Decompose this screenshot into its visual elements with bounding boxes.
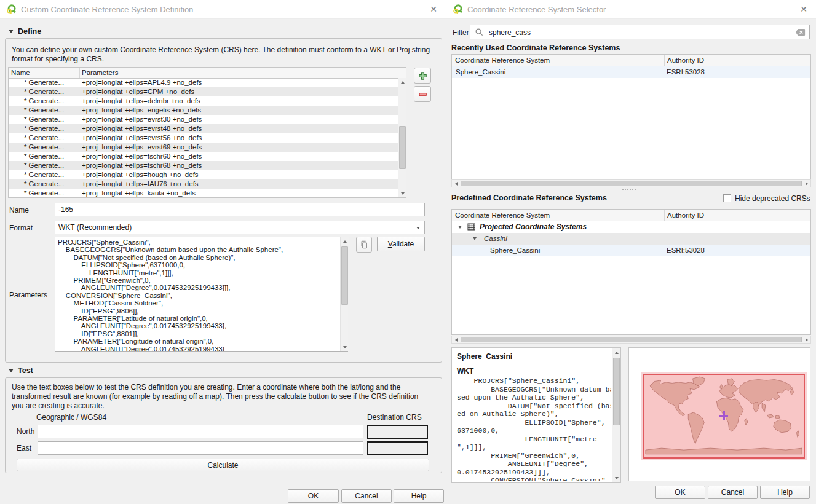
plus-icon — [418, 71, 427, 81]
crs-row-name: * Generate... — [9, 133, 79, 143]
east-input[interactable] — [38, 441, 363, 455]
help-button[interactable]: Help — [394, 489, 444, 503]
recent-crs-row[interactable]: Sphere_Cassini ESRI:53028 — [452, 66, 810, 78]
east-destination-output — [367, 441, 428, 455]
custom-crs-definition-dialog: Custom Coordinate Reference System Defin… — [0, 0, 446, 504]
crs-selector-dialog: Coordinate Reference System Selector ✕ F… — [446, 0, 816, 504]
recent-crs-table: Coordinate Reference System Authority ID… — [451, 54, 811, 179]
ok-button[interactable]: OK — [288, 489, 339, 503]
crs-row-parameters: +proj=longlat +ellps=evrst56 +no_defs — [82, 133, 202, 143]
crs-row-parameters: +proj=longlat +ellps=engelis +no_defs — [82, 106, 201, 115]
parameters-scrollbar[interactable] — [340, 237, 348, 351]
filter-input[interactable] — [488, 26, 793, 39]
search-icon — [475, 28, 484, 37]
test-description: Use the text boxes below to test the CRS… — [12, 383, 430, 411]
custom-crs-table-row[interactable]: * Generate... +proj=longlat +ellps=evrst… — [9, 133, 398, 143]
add-crs-button[interactable] — [414, 68, 431, 84]
define-groupbox: You can define your own custom Coordinat… — [5, 38, 442, 363]
east-label: East — [17, 444, 31, 452]
custom-crs-table-row[interactable]: * Generate... +proj=longlat +ellps=evrst… — [9, 115, 398, 124]
left-titlebar: Custom Coordinate Reference System Defin… — [0, 0, 446, 19]
custom-crs-table-row[interactable]: * Generate... +proj=longlat +ellps=evrst… — [9, 143, 398, 152]
custom-crs-table-row[interactable]: * Generate... +proj=longlat +ellps=engel… — [9, 106, 398, 115]
clear-filter-icon[interactable] — [795, 28, 806, 36]
crs-row-parameters: +proj=longlat +ellps=hough +no_defs — [82, 170, 199, 179]
tree-subgroup-row[interactable]: Cassini — [452, 233, 810, 245]
custom-crs-table-row[interactable]: * Generate... +proj=longlat +ellps=IAU76… — [9, 179, 398, 189]
col-name: Name — [11, 68, 30, 77]
parameters-textarea[interactable]: PROJCRS["Sphere_Cassini", BASEGEOGCRS["U… — [55, 237, 348, 352]
custom-crs-table-row[interactable]: * Generate... +proj=longlat +ellps=kaula… — [9, 189, 398, 197]
custom-crs-table-row[interactable]: * Generate... +proj=longlat +ellps=APL4.… — [9, 78, 398, 87]
preview-scrollbar[interactable] — [612, 348, 620, 482]
expander-icon[interactable] — [473, 237, 477, 240]
column-separator[interactable] — [664, 55, 665, 66]
right-dialog-title: Coordinate Reference System Selector — [467, 5, 606, 14]
column-separator[interactable] — [79, 68, 80, 78]
tree-crs-authority: ESRI:53028 — [667, 245, 705, 256]
recent-crs-heading: Recently Used Coordinate Reference Syste… — [451, 44, 620, 52]
define-section-header[interactable]: Define — [9, 27, 41, 36]
custom-crs-table-row[interactable]: * Generate... +proj=longlat +ellps=hough… — [9, 170, 398, 179]
wkt-preview-panel: Sphere_Cassini WKT PROJCRS["Sphere_Cassi… — [451, 347, 621, 483]
crs-row-name: * Generate... — [9, 78, 79, 87]
help-button[interactable]: Help — [760, 486, 810, 499]
crs-row-name: * Generate... — [9, 106, 79, 115]
filter-label: Filter — [453, 28, 469, 37]
map-preview-panel — [628, 347, 810, 481]
tree-group-label: Projected Coordinate Systems — [480, 221, 587, 233]
name-input[interactable] — [55, 203, 425, 216]
crs-table-scrollbar[interactable] — [398, 78, 406, 197]
custom-crs-table-row[interactable]: * Generate... +proj=longlat +ellps=CPM +… — [9, 87, 398, 96]
qgis-logo-icon — [452, 4, 463, 15]
crs-row-name: * Generate... — [9, 170, 79, 179]
remove-crs-button[interactable] — [414, 86, 431, 102]
north-input[interactable] — [38, 425, 363, 438]
crs-row-parameters: +proj=longlat +ellps=evrst30 +no_defs — [82, 115, 202, 124]
column-separator[interactable] — [664, 210, 665, 221]
close-icon[interactable]: ✕ — [799, 4, 809, 14]
crs-row-parameters: +proj=longlat +ellps=APL4.9 +no_defs — [82, 78, 202, 87]
ok-button[interactable]: OK — [655, 486, 705, 499]
custom-crs-table-row[interactable]: * Generate... +proj=longlat +ellps=fschr… — [9, 161, 398, 170]
tree-group-row[interactable]: Projected Coordinate Systems — [452, 221, 810, 233]
copy-wkt-button[interactable] — [356, 237, 372, 253]
predefined-table-header: Coordinate Reference System Authority ID — [452, 210, 810, 221]
expander-icon[interactable] — [458, 226, 462, 229]
custom-crs-table-row[interactable]: * Generate... +proj=longlat +ellps=delmb… — [9, 96, 398, 106]
custom-crs-table-row[interactable]: * Generate... +proj=longlat +ellps=fschr… — [9, 152, 398, 161]
crs-row-name: * Generate... — [9, 143, 79, 152]
recent-rows: Sphere_Cassini ESRI:53028 — [452, 66, 810, 179]
tree-subgroup-label: Cassini — [484, 233, 507, 245]
cancel-button[interactable]: Cancel — [341, 489, 392, 503]
hide-deprecated-checkbox[interactable] — [723, 194, 731, 202]
test-section-header[interactable]: Test — [9, 366, 33, 375]
chevron-down-icon — [416, 227, 420, 229]
custom-crs-table-row[interactable]: * Generate... +proj=longlat +ellps=evrst… — [9, 124, 398, 133]
preview-wkt-label: WKT — [457, 367, 473, 376]
format-select[interactable]: WKT (Recommended) — [55, 221, 425, 234]
parameters-label: Parameters — [9, 291, 47, 299]
tree-crs-name: Sphere_Cassini — [490, 245, 540, 256]
close-icon[interactable]: ✕ — [429, 4, 438, 14]
crs-row-name: * Generate... — [9, 179, 79, 189]
tree-crs-item-row[interactable]: Sphere_Cassini ESRI:53028 — [452, 245, 810, 256]
crs-row-parameters: +proj=longlat +ellps=evrst69 +no_defs — [82, 143, 202, 152]
recent-table-hscrollbar[interactable] — [451, 179, 811, 187]
cancel-button[interactable]: Cancel — [708, 486, 758, 499]
test-groupbox: Use the text boxes below to test the CRS… — [5, 377, 442, 473]
destination-crs-label: Destination CRS — [367, 413, 422, 422]
preview-wkt-text: PROJCRS["Sphere_Cassini", BASEGEOGCRS["U… — [457, 377, 611, 481]
copy-icon — [360, 240, 368, 249]
crs-row-parameters: +proj=longlat +ellps=evrst48 +no_defs — [82, 124, 202, 133]
calculate-button[interactable]: Calculate — [17, 459, 429, 471]
predefined-table-hscrollbar[interactable] — [451, 336, 811, 344]
north-label: North — [17, 427, 34, 436]
crs-row-name: * Generate... — [9, 161, 79, 170]
splitter-handle[interactable] — [622, 189, 636, 190]
custom-crs-table-header: Name Parameters — [9, 68, 406, 79]
crs-row-name: * Generate... — [9, 115, 79, 124]
hide-deprecated-label: Hide deprecated CRSs — [735, 194, 810, 203]
validate-button[interactable]: Validate — [377, 237, 425, 251]
qgis-logo-icon — [6, 4, 17, 15]
